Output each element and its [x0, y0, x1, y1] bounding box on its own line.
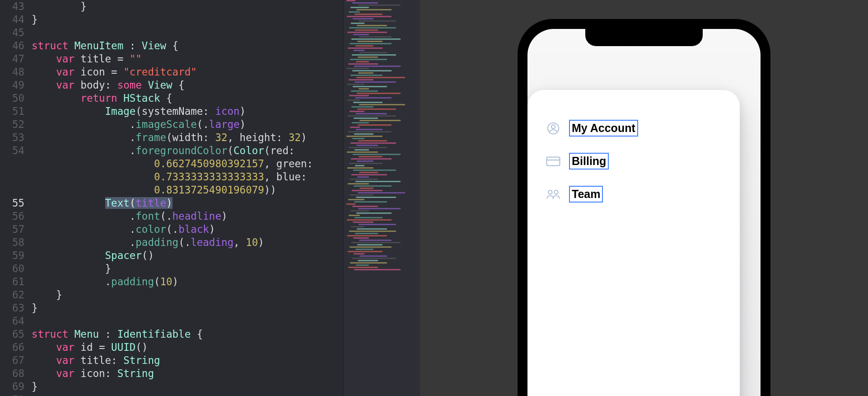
menu-item-billing[interactable]: Billing: [546, 149, 722, 182]
preview-canvas[interactable]: My Account Billing: [420, 0, 868, 396]
team-icon: [546, 187, 561, 202]
person-circle-icon: [546, 121, 561, 136]
menu-item-label[interactable]: Billing: [569, 153, 609, 170]
line-gutter: 434445464748495051525354 555657585960616…: [0, 0, 32, 396]
device-notch: [585, 29, 703, 46]
svg-point-4: [548, 190, 552, 194]
device-screen: My Account Billing: [527, 29, 761, 396]
menu-item-account[interactable]: My Account: [546, 116, 722, 149]
svg-rect-2: [547, 157, 560, 165]
code-editor[interactable]: 434445464748495051525354 555657585960616…: [0, 0, 420, 396]
minimap[interactable]: [343, 0, 420, 396]
menu-item-team[interactable]: Team: [546, 182, 722, 215]
creditcard-icon: [546, 154, 561, 169]
device-frame: My Account Billing: [518, 19, 770, 396]
svg-point-1: [551, 125, 555, 128]
menu-item-label[interactable]: Team: [569, 186, 603, 203]
menu-item-label[interactable]: My Account: [569, 120, 638, 137]
svg-point-5: [554, 190, 558, 194]
content-card: My Account Billing: [527, 90, 740, 396]
